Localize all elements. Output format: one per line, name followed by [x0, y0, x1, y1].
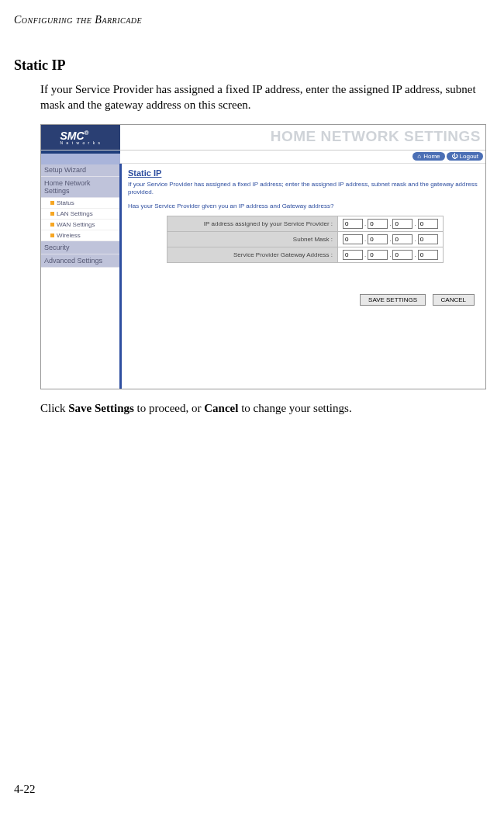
row-label-subnet: Subnet Mask :: [167, 232, 338, 247]
ip-octet-3[interactable]: [392, 219, 413, 229]
logout-label: Logout: [460, 153, 478, 160]
home-icon: ⌂: [417, 153, 421, 160]
content-question: Has your Service Provider given you an I…: [128, 202, 479, 209]
save-settings-button[interactable]: SAVE SETTINGS: [360, 294, 426, 306]
gw-octet-4[interactable]: [418, 250, 438, 260]
logo-subtext: N e t w o r k s: [60, 140, 101, 145]
subnet-octet-3[interactable]: [392, 234, 413, 244]
ip-octet-1[interactable]: [343, 219, 363, 229]
gw-octet-3[interactable]: [392, 250, 413, 260]
smc-logo: SMC® N e t w o r k s: [41, 125, 120, 150]
sidebar-item-wan[interactable]: WAN Settings: [41, 220, 119, 230]
page-number: 4-22: [14, 783, 36, 796]
home-label: Home: [423, 153, 440, 160]
ip-octet-4[interactable]: [418, 219, 438, 229]
subnet-octet-1[interactable]: [343, 234, 363, 244]
row-label-ip: IP address assigned by your Service Prov…: [167, 216, 338, 232]
content-heading: Static IP: [128, 168, 479, 178]
logout-link[interactable]: ⏻ Logout: [447, 152, 483, 161]
sidebar-item-wireless[interactable]: Wireless: [41, 230, 119, 241]
banner-title: HOME NETWORK SETTINGS: [120, 125, 485, 150]
section-title: Static IP: [0, 26, 504, 74]
cancel-button[interactable]: CANCEL: [433, 294, 475, 306]
sidebar-item-setup-wizard[interactable]: Setup Wizard: [41, 164, 119, 177]
sidebar-item-status[interactable]: Status: [41, 198, 119, 209]
header-text: Configuring the Barricade: [14, 14, 142, 26]
row-value-gateway: ...: [338, 247, 444, 263]
row-label-gateway: Service Provider Gateway Address :: [167, 247, 338, 263]
table-row: IP address assigned by your Service Prov…: [167, 216, 444, 232]
logout-icon: ⏻: [451, 153, 457, 160]
table-row: Subnet Mask : ...: [167, 232, 444, 247]
bullet-icon: [50, 201, 54, 205]
sidebar-item-home-network[interactable]: Home Network Settings: [41, 177, 119, 198]
button-row: SAVE SETTINGS CANCEL: [128, 263, 479, 306]
intro-paragraph: If your Service Provider has assigned a …: [0, 74, 504, 113]
bullet-icon: [50, 223, 54, 227]
bullet-icon: [50, 212, 54, 216]
ui-body: Setup Wizard Home Network Settings Statu…: [41, 164, 485, 389]
router-admin-screenshot: SMC® N e t w o r k s HOME NETWORK SETTIN…: [40, 124, 486, 389]
outro-paragraph: Click Save Settings to proceed, or Cance…: [0, 389, 504, 416]
sidebar: Setup Wizard Home Network Settings Statu…: [41, 164, 120, 389]
sidebar-item-lan[interactable]: LAN Settings: [41, 209, 119, 220]
bullet-icon: [50, 234, 54, 237]
subnet-octet-4[interactable]: [418, 234, 438, 244]
subnet-octet-2[interactable]: [368, 234, 388, 244]
sidebar-item-security[interactable]: Security: [41, 241, 119, 254]
gw-octet-1[interactable]: [343, 250, 363, 260]
row-value-ip: ...: [338, 216, 444, 232]
sidebar-item-advanced[interactable]: Advanced Settings: [41, 254, 119, 268]
ip-form-table: IP address assigned by your Service Prov…: [167, 216, 444, 263]
table-row: Service Provider Gateway Address : ...: [167, 247, 444, 263]
content-pane: Static IP If your Service Provider has a…: [119, 164, 485, 389]
running-header: Configuring the Barricade: [0, 0, 504, 26]
registered-icon: ®: [85, 130, 89, 137]
gw-octet-2[interactable]: [368, 250, 388, 260]
banner: SMC® N e t w o r k s HOME NETWORK SETTIN…: [41, 125, 485, 150]
ip-octet-2[interactable]: [368, 219, 388, 229]
util-left-stripe: [41, 150, 120, 164]
content-description: If your Service Provider has assigned a …: [128, 181, 479, 197]
row-value-subnet: ...: [338, 232, 444, 247]
utility-bar: ⌂ Home ⏻ Logout: [41, 150, 485, 164]
home-link[interactable]: ⌂ Home: [413, 152, 444, 161]
